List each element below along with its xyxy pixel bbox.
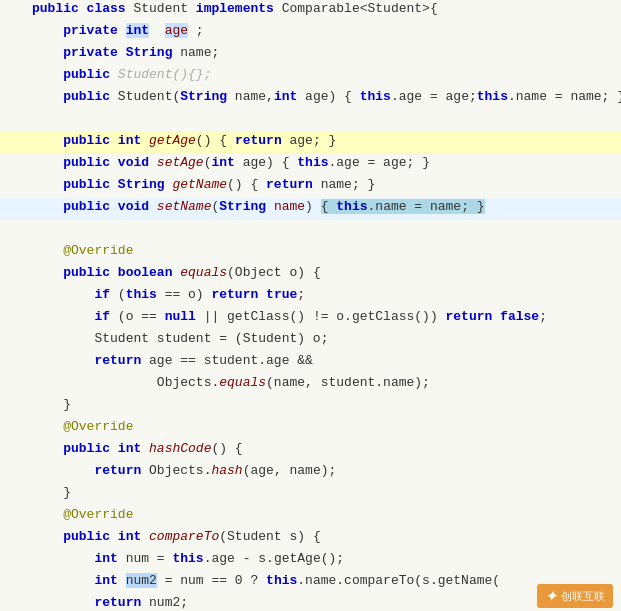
code-line: return num2; [0,594,621,611]
code-line: int num2 = num == 0 ? this.name.compareT… [0,572,621,594]
code-line [0,220,621,242]
code-line: if (o == null || getClass() != o.getClas… [0,308,621,330]
code-line: public class Student implements Comparab… [0,0,621,22]
code-line: public int getAge() { return age; } [0,132,621,154]
line-text [28,221,621,236]
code-line: return age == student.age && [0,352,621,374]
code-line: public void setName(String name) { this.… [0,198,621,220]
line-text: return age == student.age && [28,353,621,368]
line-text: private String name; [28,45,621,60]
line-text: return num2; [28,595,621,610]
line-text: if (o == null || getClass() != o.getClas… [28,309,621,324]
code-line: @Override [0,506,621,528]
line-text: private int age ; [28,23,621,38]
code-line: } [0,484,621,506]
line-text: if (this == o) return true; [28,287,621,302]
line-text: @Override [28,243,621,258]
code-line: @Override [0,242,621,264]
line-text: } [28,485,621,500]
line-text: public void setAge(int age) { this.age =… [28,155,621,170]
line-text: @Override [28,419,621,434]
code-line: return Objects.hash(age, name); [0,462,621,484]
code-editor: public class Student implements Comparab… [0,0,621,611]
code-line: public int hashCode() { [0,440,621,462]
line-text: public int hashCode() { [28,441,621,456]
line-text [28,111,621,126]
code-line: @Override [0,418,621,440]
code-line: int num = this.age - s.getAge(); [0,550,621,572]
line-text: public Student(String name,int age) { th… [28,89,621,104]
code-line: private int age ; [0,22,621,44]
line-text: int num2 = num == 0 ? this.name.compareT… [28,573,621,588]
code-line: public void setAge(int age) { this.age =… [0,154,621,176]
line-text: int num = this.age - s.getAge(); [28,551,621,566]
code-line: public Student(){}; [0,66,621,88]
code-line: private String name; [0,44,621,66]
watermark: ✦创联互联 [537,584,613,608]
line-text: Student student = (Student) o; [28,331,621,346]
line-text: } [28,397,621,412]
line-text: public void setName(String name) { this.… [28,199,621,214]
line-text: Objects.equals(name, student.name); [28,375,621,390]
code-line [0,110,621,132]
code-line: public Student(String name,int age) { th… [0,88,621,110]
code-line: Objects.equals(name, student.name); [0,374,621,396]
code-line: public boolean equals(Object o) { [0,264,621,286]
line-text: public class Student implements Comparab… [28,1,621,16]
line-text: public boolean equals(Object o) { [28,265,621,280]
code-line: Student student = (Student) o; [0,330,621,352]
code-line: } [0,396,621,418]
line-text: public int compareTo(Student s) { [28,529,621,544]
line-text: public Student(){}; [28,67,621,82]
line-text: public int getAge() { return age; } [28,133,621,148]
line-text: @Override [28,507,621,522]
line-text: public String getName() { return name; } [28,177,621,192]
code-line: public String getName() { return name; } [0,176,621,198]
code-line: public int compareTo(Student s) { [0,528,621,550]
line-text: return Objects.hash(age, name); [28,463,621,478]
code-line: if (this == o) return true; [0,286,621,308]
